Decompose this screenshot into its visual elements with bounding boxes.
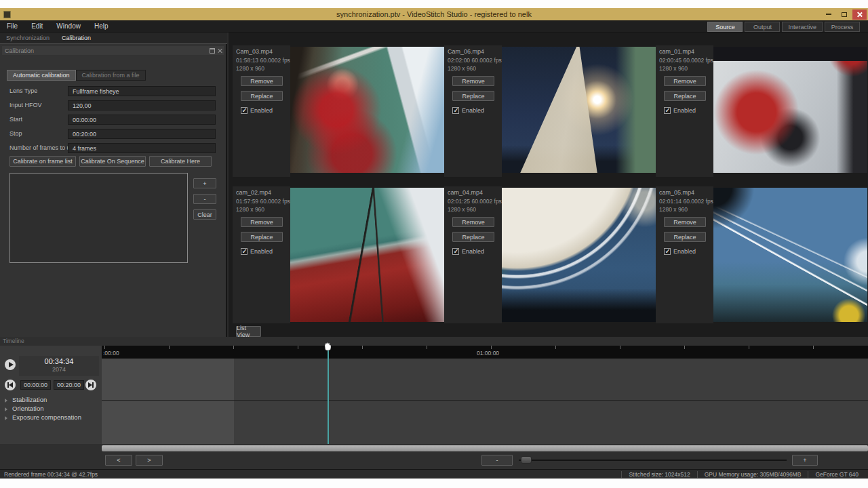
camera-info: cam_02.mp4 01:57:59 60.0002 fps 1280 x 9… (233, 186, 290, 323)
tab-calibration-from-file[interactable]: Calibration from a file (76, 70, 146, 81)
replace-button[interactable]: Replace (452, 232, 494, 242)
enabled-label: Enabled (462, 107, 484, 114)
skip-to-start-button[interactable] (5, 380, 16, 390)
input-hfov-label: Input HFOV (9, 102, 42, 108)
remove-frame-button[interactable]: - (193, 194, 216, 204)
panel-close-icon[interactable] (217, 48, 222, 54)
expander-icon[interactable] (5, 407, 7, 411)
tab-process[interactable]: Process (825, 22, 860, 32)
video-thumbnail[interactable] (290, 47, 444, 173)
track-exposure-compensation[interactable]: Exposure compensation (12, 413, 81, 421)
maximize-icon (842, 12, 847, 17)
frame-list-box[interactable] (9, 173, 188, 263)
timeline-zoom-slider[interactable] (519, 460, 787, 461)
stop-field[interactable]: 00:20:00 (68, 129, 216, 139)
start-field[interactable]: 00:00:00 (68, 115, 216, 125)
zoom-out-button[interactable]: - (481, 455, 513, 466)
tab-output[interactable]: Output (745, 22, 780, 32)
hand-cursor-icon (323, 342, 332, 351)
tab-calibration[interactable]: Calibration (56, 33, 97, 43)
replace-button[interactable]: Replace (452, 91, 494, 101)
enabled-checkbox[interactable] (452, 107, 459, 114)
minimize-button[interactable] (821, 9, 835, 20)
timeline-tracks[interactable] (102, 359, 868, 444)
replace-button[interactable]: Replace (664, 232, 706, 242)
replace-button[interactable]: Replace (664, 91, 706, 101)
camera-info: Cam_06.mp4 02:02:00 60.0002 fps 1280 x 9… (444, 45, 502, 177)
remove-button[interactable]: Remove (664, 76, 706, 86)
video-thumbnail[interactable] (290, 188, 444, 322)
close-icon (856, 12, 863, 18)
step-forward-button[interactable]: > (136, 455, 163, 466)
expander-icon[interactable] (5, 399, 7, 403)
input-hfov-field[interactable]: 120,00 (68, 100, 216, 110)
range-end-field[interactable]: 00:20:00 (54, 380, 84, 390)
calibrate-on-sequence-button[interactable]: Calibrate On Sequence (79, 156, 146, 167)
tab-interactive[interactable]: Interactive (782, 22, 823, 32)
panel-header: Calibration (2, 46, 224, 55)
camera-duration: 01:57:59 60.0002 fps (236, 198, 290, 205)
zoom-in-button[interactable]: + (792, 455, 818, 466)
undock-icon[interactable] (210, 48, 215, 54)
ruler-label-start: :00:00 (103, 350, 119, 357)
camera-duration: 02:01:25 60.0002 fps (448, 198, 502, 205)
camera-duration: 02:00:45 60.0002 fps (659, 57, 713, 64)
enabled-checkbox[interactable] (664, 248, 671, 255)
tab-automatic-calibration[interactable]: Automatic calibration (7, 70, 76, 81)
skip-to-end-button[interactable] (85, 380, 96, 390)
play-button[interactable] (5, 359, 16, 370)
video-thumbnail[interactable] (713, 188, 867, 322)
remove-button[interactable]: Remove (241, 76, 283, 86)
maximize-button[interactable] (837, 9, 851, 20)
close-button[interactable] (852, 9, 867, 20)
calibrate-frame-list-button[interactable]: Calibrate on frame list (9, 156, 76, 167)
frames-field[interactable]: 4 frames (68, 143, 216, 153)
video-thumbnail[interactable] (502, 188, 656, 322)
video-thumbnail[interactable] (713, 47, 867, 173)
tab-synchronization[interactable]: Synchronization (0, 33, 56, 43)
expander-icon[interactable] (5, 416, 7, 420)
step-back-button[interactable]: < (105, 455, 132, 466)
remove-button[interactable]: Remove (452, 217, 494, 227)
track-stabilization[interactable]: Stabilization (12, 396, 47, 403)
enabled-checkbox[interactable] (241, 107, 248, 114)
camera-resolution: 1280 x 960 (236, 206, 264, 213)
zoom-slider-thumb[interactable] (521, 456, 532, 464)
list-view-button[interactable]: List View (236, 326, 261, 337)
replace-button[interactable]: Replace (241, 232, 283, 242)
camera-name: cam_02.mp4 (236, 189, 271, 196)
camera-resolution: 1280 x 960 (236, 65, 264, 72)
start-label: Start (9, 116, 22, 123)
lens-type-select[interactable]: Fullframe fisheye (68, 86, 216, 96)
ruler-label-hour: 01:00:00 (477, 350, 499, 357)
menu-file[interactable]: File (0, 20, 24, 32)
enabled-checkbox[interactable] (664, 107, 671, 114)
clear-frames-button[interactable]: Clear (193, 209, 216, 220)
calibrate-here-button[interactable]: Calibrate Here (149, 156, 212, 167)
tab-source[interactable]: Source (707, 22, 743, 32)
video-thumbnail[interactable] (502, 47, 656, 173)
play-icon (9, 362, 14, 367)
timeline-scrollbar[interactable] (102, 445, 868, 451)
menu-edit[interactable]: Edit (24, 20, 50, 32)
replace-button[interactable]: Replace (241, 91, 283, 101)
remove-button[interactable]: Remove (664, 217, 706, 227)
enabled-label: Enabled (250, 248, 273, 255)
enabled-checkbox[interactable] (241, 248, 248, 255)
enabled-checkbox[interactable] (452, 248, 459, 255)
remove-button[interactable]: Remove (452, 76, 494, 86)
camera-resolution: 1280 x 960 (448, 65, 476, 72)
timeline-ruler[interactable]: :00:00 01:00:00 (102, 346, 868, 359)
track-orientation[interactable]: Orientation (12, 405, 43, 412)
add-frame-button[interactable]: + (193, 178, 216, 188)
timeline-title: Timeline (3, 338, 24, 344)
time-display: 00:34:34 2074 (19, 356, 99, 376)
window-title: synchronization.ptv - VideoStitch Studio… (0, 10, 868, 18)
camera-name: Cam_03.mp4 (236, 48, 273, 55)
range-start-field[interactable]: 00:00:00 (20, 380, 51, 390)
remove-button[interactable]: Remove (241, 217, 283, 227)
timeline-range-region (102, 359, 234, 444)
menu-window[interactable]: Window (50, 20, 87, 32)
menu-help[interactable]: Help (87, 20, 115, 32)
playhead[interactable] (328, 346, 329, 444)
